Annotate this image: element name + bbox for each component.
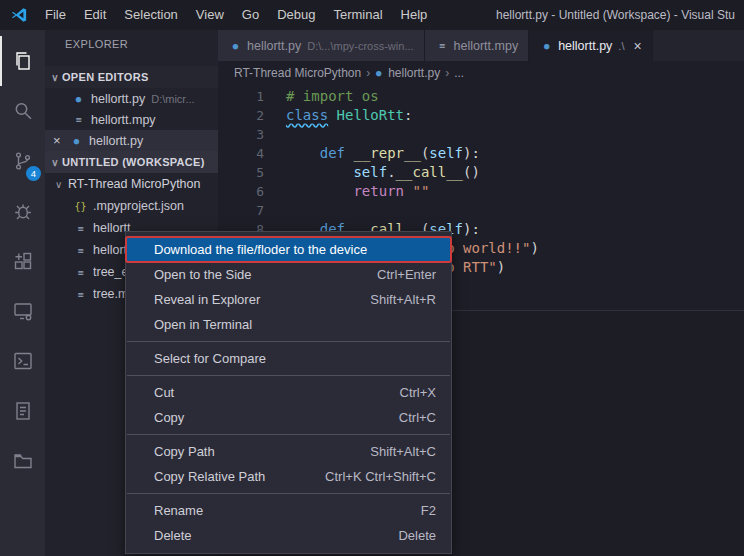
code-text: # import os [264, 87, 379, 106]
open-editors-header[interactable]: ∨ OPEN EDITORS [45, 66, 218, 88]
python-file-icon: ● [539, 41, 554, 51]
window-title: hellortt.py - Untitled (Workspace) - Vis… [496, 0, 735, 30]
code-line: 2class HelloRtt: [218, 106, 744, 125]
menu-item[interactable]: Copy PathShift+Alt+C [126, 439, 451, 464]
menu-item-shortcut: Ctrl+K Ctrl+Shift+C [325, 464, 436, 489]
mpy-file-icon: ≡ [73, 289, 88, 300]
search-icon[interactable] [0, 86, 45, 136]
menu-item-shortcut: F2 [421, 498, 436, 523]
tab-label: hellortt.py [558, 39, 612, 53]
menu-item[interactable]: CopyCtrl+C [126, 405, 451, 430]
menu-view[interactable]: View [187, 0, 233, 30]
menu-item[interactable]: Select for Compare [126, 346, 451, 371]
menu-item[interactable]: DeleteDelete [126, 523, 451, 548]
tab-bar: ●hellortt.pyD:\...\mpy-cross-win...≡hell… [218, 30, 744, 61]
badge: 4 [26, 166, 41, 181]
terminal-icon[interactable] [0, 336, 45, 386]
explorer-icon[interactable] [0, 36, 45, 86]
menu-terminal[interactable]: Terminal [324, 0, 391, 30]
menu-item-label: Copy [154, 405, 184, 430]
menu-debug[interactable]: Debug [268, 0, 324, 30]
menu-item[interactable]: CutCtrl+X [126, 380, 451, 405]
chevron-down-icon: ∨ [48, 157, 62, 168]
menu-item[interactable]: Open in Terminal [126, 312, 451, 337]
code-line: 5 self.__call__() [218, 163, 744, 182]
title-bar: FileEditSelectionViewGoDebugTerminalHelp… [0, 0, 744, 30]
python-file-icon: ● [373, 68, 384, 78]
breadcrumb-item[interactable]: hellortt.py [388, 66, 440, 80]
mpy-file-icon: ≡ [73, 267, 88, 278]
activity-bar: 4 [0, 30, 45, 556]
output-icon[interactable] [0, 386, 45, 436]
menu-item-label: Reveal in Explorer [154, 287, 260, 312]
menu-item-label: Copy Path [154, 439, 215, 464]
workspace-header[interactable]: ∨ UNTITLED (WORKSPACE) [45, 151, 218, 173]
menu-edit[interactable]: Edit [75, 0, 115, 30]
menu-help[interactable]: Help [392, 0, 437, 30]
menu-item-shortcut: Delete [398, 523, 436, 548]
line-number: 3 [218, 125, 264, 144]
code-line: 7 [218, 201, 744, 220]
code-text: self.__call__() [264, 163, 480, 182]
close-icon[interactable]: × [633, 38, 641, 54]
file-name: .mpyproject.json [93, 199, 184, 213]
open-editor-item[interactable]: ≡hellortt.mpy [45, 109, 218, 130]
extensions-icon[interactable] [0, 236, 45, 286]
vscode-window: FileEditSelectionViewGoDebugTerminalHelp… [0, 0, 744, 556]
menu-selection[interactable]: Selection [115, 0, 186, 30]
menu-item-shortcut: Shift+Alt+C [370, 439, 436, 464]
menu-separator [127, 341, 450, 342]
menu-item[interactable]: RenameF2 [126, 498, 451, 523]
line-number: 4 [218, 144, 264, 163]
vscode-logo-icon [10, 6, 28, 24]
line-number: 7 [218, 201, 264, 220]
breadcrumb-item[interactable]: ... [454, 66, 464, 80]
line-number: 1 [218, 87, 264, 106]
menu-item-label: Delete [154, 523, 192, 548]
file-name: hellortt.mpy [91, 113, 156, 127]
mpy-file-icon: ≡ [71, 114, 86, 125]
editor-tab[interactable]: ●hellortt.py.\× [529, 30, 653, 61]
mpy-file-icon: ≡ [73, 245, 88, 256]
python-file-icon: ● [228, 41, 243, 51]
editor-tab[interactable]: ●hellortt.pyD:\...\mpy-cross-win... [218, 30, 425, 61]
file-item[interactable]: {}.mpyproject.json [45, 195, 218, 217]
line-number: 2 [218, 106, 264, 125]
editor-tab[interactable]: ≡hellortt.mpy [425, 30, 530, 61]
menu-item-label: Download the file/floder to the device [154, 237, 367, 262]
debug-icon[interactable] [0, 186, 45, 236]
code-text: return "" [264, 182, 429, 201]
chevron-right-icon: › [445, 66, 449, 80]
menu-item-shortcut: Ctrl+Enter [377, 262, 436, 287]
folder-name: RT-Thread MicroPython [68, 177, 200, 191]
menu-go[interactable]: Go [233, 0, 268, 30]
chevron-right-icon: › [366, 66, 370, 80]
open-editors-list: ●hellortt.pyD:\micr...≡hellortt.mpy×●hel… [45, 88, 218, 151]
menu-item-label: Select for Compare [154, 346, 266, 371]
menu-item[interactable]: Reveal in ExplorerShift+Alt+R [126, 287, 451, 312]
menu-item[interactable]: Copy Relative PathCtrl+K Ctrl+Shift+C [126, 464, 451, 489]
context-menu: Download the file/floder to the deviceOp… [125, 231, 452, 554]
menu-separator [127, 375, 450, 376]
menu-separator [127, 434, 450, 435]
menu-item-shortcut: Ctrl+X [400, 380, 436, 405]
folder-item[interactable]: ∨ RT-Thread MicroPython [45, 173, 218, 195]
close-icon[interactable]: × [53, 133, 69, 148]
tab-label: hellortt.py [247, 39, 301, 53]
source-control-icon[interactable]: 4 [0, 136, 45, 186]
file-name: tree.m [93, 287, 128, 301]
code-text: def __repr__(self): [264, 144, 480, 163]
json-file-icon: {} [73, 201, 88, 212]
file-name: hellortt.py [91, 92, 145, 106]
menu-item[interactable]: Open to the SideCtrl+Enter [126, 262, 451, 287]
menu-item-label: Cut [154, 380, 174, 405]
menu-separator [127, 493, 450, 494]
menu-file[interactable]: File [36, 0, 75, 30]
open-editor-item[interactable]: ●hellortt.pyD:\micr... [45, 88, 218, 109]
remote-device-icon[interactable] [0, 286, 45, 336]
folder-icon[interactable] [0, 436, 45, 486]
breadcrumb-item[interactable]: RT-Thread MicroPython [234, 66, 361, 80]
open-editor-item[interactable]: ×●hellortt.py [45, 130, 218, 151]
menu-item[interactable]: Download the file/floder to the device [126, 237, 451, 262]
line-number: 6 [218, 182, 264, 201]
